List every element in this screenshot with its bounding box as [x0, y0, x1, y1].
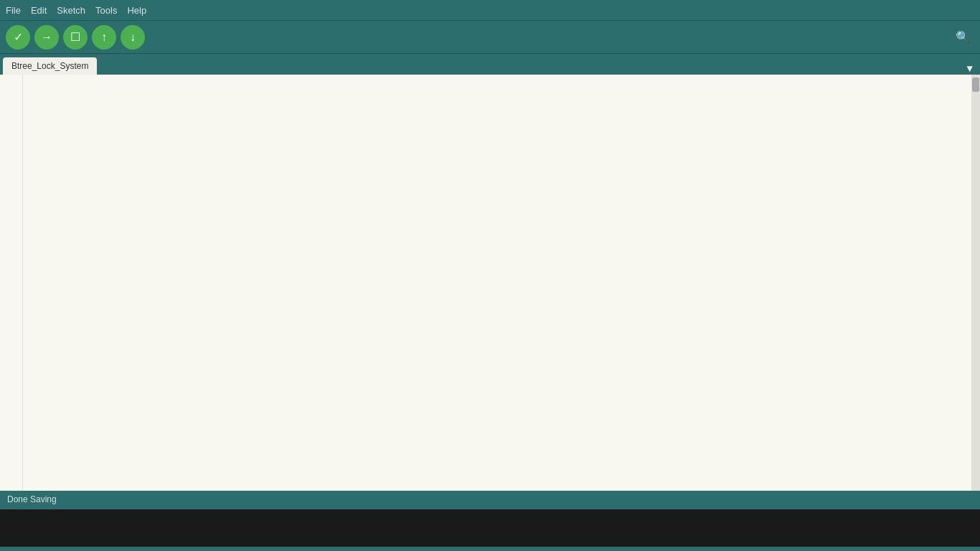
tab-bar: Btree_Lock_System ▼ [0, 53, 980, 75]
line-numbers [0, 75, 23, 491]
search-icon[interactable]: 🔍 [951, 26, 974, 49]
menu-tools[interactable]: Tools [95, 5, 117, 16]
verify-button[interactable]: ✓ [6, 25, 30, 50]
tab-btree-lock-system[interactable]: Btree_Lock_System [3, 57, 97, 75]
console-area [0, 508, 980, 547]
scrollbar-thumb[interactable] [972, 77, 979, 92]
save-bar: Done Saving [0, 491, 980, 508]
upload-button[interactable]: → [34, 25, 59, 50]
menu-sketch[interactable]: Sketch [57, 5, 85, 16]
editor-wrapper [0, 75, 980, 491]
tab-dropdown-icon[interactable]: ▼ [963, 63, 977, 75]
menu-help[interactable]: Help [127, 5, 146, 16]
scrollbar[interactable] [971, 75, 980, 491]
status-bar: 82 Arduino Uno [0, 547, 980, 551]
save-status-text: Done Saving [7, 494, 57, 504]
menu-bar: File Edit Sketch Tools Help [0, 0, 980, 20]
open-button[interactable]: ↑ [92, 25, 116, 50]
tab-label: Btree_Lock_System [11, 61, 88, 71]
new-button[interactable]: ☐ [63, 25, 88, 50]
code-editor[interactable] [23, 75, 971, 491]
menu-edit[interactable]: Edit [31, 5, 47, 16]
save-button[interactable]: ↓ [121, 25, 145, 50]
menu-file[interactable]: File [6, 5, 21, 16]
toolbar: ✓ → ☐ ↑ ↓ 🔍 [0, 20, 980, 53]
